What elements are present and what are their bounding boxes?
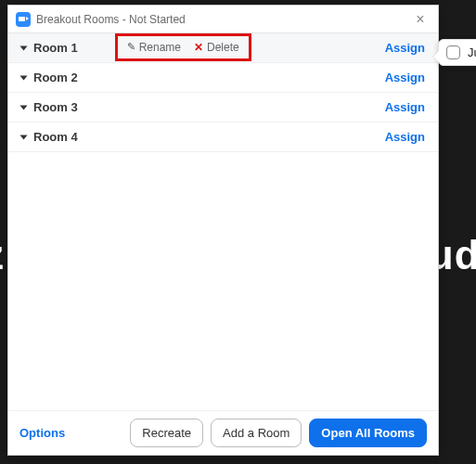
room-name: Room 2 xyxy=(33,71,78,84)
caret-icon xyxy=(20,105,28,110)
rename-button[interactable]: ✎ Rename xyxy=(127,41,181,54)
zoom-logo-icon xyxy=(16,12,31,27)
row-actions-highlight: ✎ Rename ✕ Delete xyxy=(115,33,251,61)
assign-link[interactable]: Assign xyxy=(385,71,425,84)
recreate-button[interactable]: Recreate xyxy=(130,419,203,447)
options-button[interactable]: Options xyxy=(19,426,65,440)
add-room-button[interactable]: Add a Room xyxy=(211,419,302,447)
caret-icon xyxy=(20,75,28,80)
breakout-rooms-dialog: Breakout Rooms - Not Started × Room 1 ✎ … xyxy=(7,5,439,456)
pencil-icon: ✎ xyxy=(127,41,135,53)
close-icon: × xyxy=(416,11,424,28)
room-row-4[interactable]: Room 4 Assign xyxy=(8,122,438,152)
caret-icon xyxy=(20,45,28,50)
footer: Options Recreate Add a Room Open All Roo… xyxy=(8,410,438,455)
participant-checkbox[interactable] xyxy=(446,45,460,59)
background-text-left: z xyxy=(0,232,4,278)
x-icon: ✕ xyxy=(194,41,203,54)
close-button[interactable]: × xyxy=(410,9,431,30)
participant-name: Judy xyxy=(468,45,476,59)
assign-link[interactable]: Assign xyxy=(385,100,425,114)
assign-link[interactable]: Assign xyxy=(385,41,425,55)
open-all-rooms-button[interactable]: Open All Rooms xyxy=(309,419,427,447)
assign-participant-popover: Judy xyxy=(438,39,476,66)
titlebar: Breakout Rooms - Not Started × xyxy=(8,6,438,33)
rename-label: Rename xyxy=(139,41,181,54)
rooms-list: Room 1 ✎ Rename ✕ Delete Assign Room 2 A… xyxy=(8,33,438,152)
assign-link[interactable]: Assign xyxy=(385,130,425,144)
room-row-3[interactable]: Room 3 Assign xyxy=(8,93,438,122)
empty-area xyxy=(8,152,438,410)
room-row-1[interactable]: Room 1 ✎ Rename ✕ Delete Assign xyxy=(8,33,438,63)
caret-icon xyxy=(20,135,28,139)
room-row-2[interactable]: Room 2 Assign xyxy=(8,63,438,93)
room-name: Room 4 xyxy=(33,130,78,144)
delete-button[interactable]: ✕ Delete xyxy=(194,41,239,54)
delete-label: Delete xyxy=(207,41,239,54)
room-name: Room 3 xyxy=(33,100,78,114)
window-title: Breakout Rooms - Not Started xyxy=(36,13,186,26)
room-name: Room 1 xyxy=(33,41,78,55)
